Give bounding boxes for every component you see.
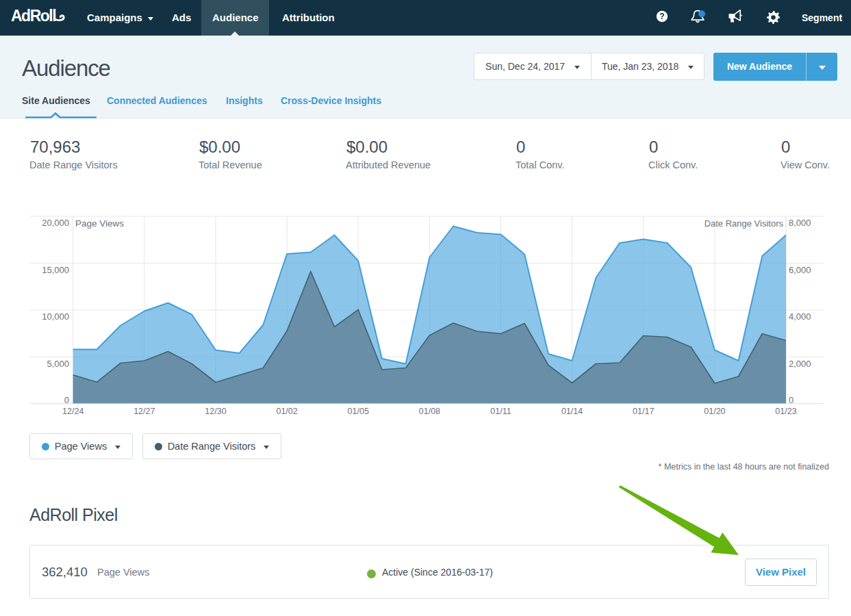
svg-text:01/05: 01/05 — [348, 407, 369, 416]
svg-text:01/02: 01/02 — [276, 407, 297, 416]
svg-text:?: ? — [659, 12, 664, 21]
svg-text:0: 0 — [789, 395, 793, 405]
svg-text:12/24: 12/24 — [62, 407, 84, 416]
svg-text:10,000: 10,000 — [42, 311, 69, 322]
svg-text:2,000: 2,000 — [789, 359, 811, 369]
svg-text:12/27: 12/27 — [134, 407, 155, 416]
svg-text:6,000: 6,000 — [789, 265, 811, 275]
svg-text:4,000: 4,000 — [789, 311, 811, 322]
svg-text:01/14: 01/14 — [561, 407, 583, 416]
svg-text:01/11: 01/11 — [490, 407, 511, 416]
svg-text:12/30: 12/30 — [205, 407, 226, 416]
svg-text:01/20: 01/20 — [704, 407, 725, 416]
svg-text:0: 0 — [64, 395, 69, 405]
svg-text:01/08: 01/08 — [419, 407, 440, 416]
svg-text:15,000: 15,000 — [42, 265, 69, 275]
svg-text:5,000: 5,000 — [47, 359, 69, 369]
svg-text:8,000: 8,000 — [789, 218, 811, 228]
svg-text:20,000: 20,000 — [42, 218, 69, 228]
svg-text:01/17: 01/17 — [633, 407, 654, 416]
svg-text:01/23: 01/23 — [775, 407, 796, 416]
